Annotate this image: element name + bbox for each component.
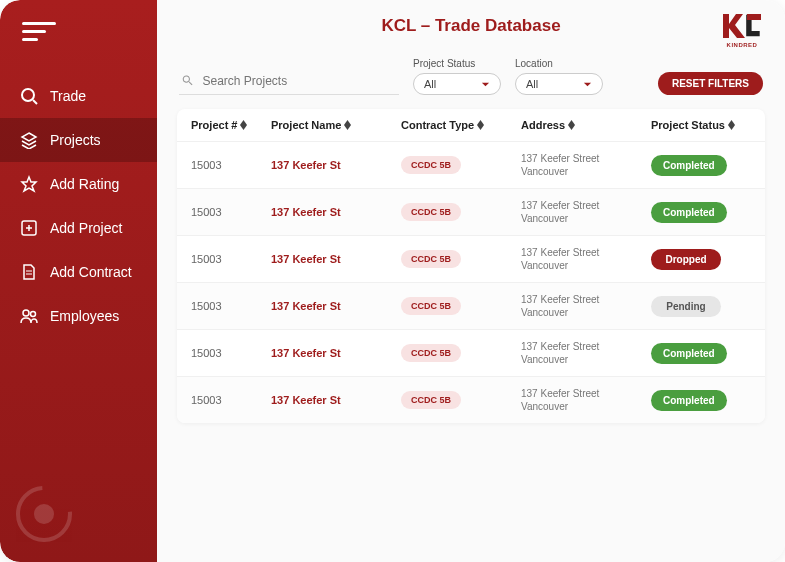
brand-name: KINDRED: [721, 42, 763, 48]
status-select[interactable]: All: [413, 73, 501, 95]
search-icon: [181, 73, 195, 88]
users-icon: [20, 307, 38, 325]
cell-status: Completed: [651, 343, 751, 364]
brand-logo: KINDRED: [721, 12, 763, 48]
cell-contract-type: CCDC 5B: [401, 344, 521, 362]
contract-pill: CCDC 5B: [401, 156, 461, 174]
sidebar-item-add-contract[interactable]: Add Contract: [0, 250, 157, 294]
sidebar-item-add-rating[interactable]: Add Rating: [0, 162, 157, 206]
column-header[interactable]: Contract Type: [401, 119, 521, 131]
app-root: TradeProjectsAdd RatingAdd ProjectAdd Co…: [0, 0, 785, 562]
sort-icon: [240, 120, 247, 130]
cell-contract-type: CCDC 5B: [401, 156, 521, 174]
svg-line-4: [33, 100, 37, 104]
sidebar-item-employees[interactable]: Employees: [0, 294, 157, 338]
column-label: Address: [521, 119, 565, 131]
table-row: 15003137 Keefer StCCDC 5B137 Keefer Stre…: [177, 329, 765, 376]
layers-icon: [20, 131, 38, 149]
cell-contract-type: CCDC 5B: [401, 203, 521, 221]
sidebar-item-projects[interactable]: Projects: [0, 118, 157, 162]
cell-status: Dropped: [651, 249, 751, 270]
cell-project-number: 15003: [191, 300, 271, 312]
status-badge: Completed: [651, 155, 727, 176]
svg-rect-14: [747, 14, 761, 20]
table-header-row: Project #Project NameContract TypeAddres…: [177, 109, 765, 141]
cell-contract-type: CCDC 5B: [401, 391, 521, 409]
cell-status: Completed: [651, 155, 751, 176]
column-label: Contract Type: [401, 119, 474, 131]
sidebar-item-label: Projects: [50, 132, 101, 148]
search-icon: [20, 87, 38, 105]
sidebar-nav: TradeProjectsAdd RatingAdd ProjectAdd Co…: [0, 74, 157, 338]
status-badge: Completed: [651, 202, 727, 223]
column-label: Project #: [191, 119, 237, 131]
sidebar-item-label: Add Project: [50, 220, 122, 236]
table-container: Project #Project NameContract TypeAddres…: [157, 105, 785, 562]
svg-point-10: [23, 310, 29, 316]
filters-bar: Project Status All Location All RESET FI…: [157, 46, 785, 105]
table-row: 15003137 Keefer StCCDC 5B137 Keefer Stre…: [177, 141, 765, 188]
column-label: Project Status: [651, 119, 725, 131]
cell-address: 137 Keefer StreetVancouver: [521, 199, 651, 225]
svg-point-11: [31, 312, 36, 317]
sort-icon: [728, 120, 735, 130]
search-field-wrap[interactable]: [179, 69, 399, 95]
cell-contract-type: CCDC 5B: [401, 250, 521, 268]
column-header[interactable]: Address: [521, 119, 651, 131]
cell-project-name[interactable]: 137 Keefer St: [271, 394, 401, 406]
svg-point-13: [34, 504, 54, 524]
star-icon: [20, 175, 38, 193]
cell-address: 137 Keefer StreetVancouver: [521, 387, 651, 413]
sidebar: TradeProjectsAdd RatingAdd ProjectAdd Co…: [0, 0, 157, 562]
watermark-logo: [14, 484, 74, 548]
contract-pill: CCDC 5B: [401, 344, 461, 362]
table-row: 15003137 Keefer StCCDC 5B137 Keefer Stre…: [177, 376, 765, 423]
contract-pill: CCDC 5B: [401, 297, 461, 315]
cell-project-number: 15003: [191, 253, 271, 265]
svg-rect-0: [22, 22, 56, 25]
cell-address: 137 Keefer StreetVancouver: [521, 152, 651, 178]
sidebar-item-add-project[interactable]: Add Project: [0, 206, 157, 250]
contract-pill: CCDC 5B: [401, 203, 461, 221]
kindred-logo-icon: [721, 12, 763, 40]
column-header[interactable]: Project #: [191, 119, 271, 131]
svg-point-3: [22, 89, 34, 101]
cell-address: 137 Keefer StreetVancouver: [521, 246, 651, 272]
cell-project-number: 15003: [191, 206, 271, 218]
cell-address: 137 Keefer StreetVancouver: [521, 293, 651, 319]
cell-status: Completed: [651, 390, 751, 411]
search-input[interactable]: [203, 74, 398, 88]
cell-project-number: 15003: [191, 347, 271, 359]
cell-project-name[interactable]: 137 Keefer St: [271, 300, 401, 312]
sidebar-item-trade[interactable]: Trade: [0, 74, 157, 118]
menu-toggle[interactable]: [0, 0, 157, 74]
svg-rect-2: [22, 38, 38, 41]
cell-contract-type: CCDC 5B: [401, 297, 521, 315]
svg-rect-1: [22, 30, 46, 33]
cell-project-name[interactable]: 137 Keefer St: [271, 206, 401, 218]
sidebar-item-label: Add Rating: [50, 176, 119, 192]
cell-status: Completed: [651, 202, 751, 223]
cell-project-number: 15003: [191, 394, 271, 406]
status-badge: Pending: [651, 296, 721, 317]
main-content: KCL – Trade Database KINDRED Project Sta…: [157, 0, 785, 562]
column-header[interactable]: Project Name: [271, 119, 401, 131]
location-select[interactable]: All: [515, 73, 603, 95]
location-filter-label: Location: [515, 58, 603, 69]
cell-project-name[interactable]: 137 Keefer St: [271, 253, 401, 265]
cell-project-name[interactable]: 137 Keefer St: [271, 347, 401, 359]
sidebar-item-label: Trade: [50, 88, 86, 104]
sort-icon: [344, 120, 351, 130]
column-header[interactable]: Project Status: [651, 119, 751, 131]
chevron-down-icon: [481, 80, 490, 89]
document-icon: [20, 263, 38, 281]
location-select-value: All: [526, 78, 538, 90]
cell-project-name[interactable]: 137 Keefer St: [271, 159, 401, 171]
reset-filters-button[interactable]: RESET FILTERS: [658, 72, 763, 95]
plus-square-icon: [20, 219, 38, 237]
hamburger-icon: [22, 22, 56, 42]
status-filter-label: Project Status: [413, 58, 501, 69]
column-label: Project Name: [271, 119, 341, 131]
contract-pill: CCDC 5B: [401, 250, 461, 268]
table-row: 15003137 Keefer StCCDC 5B137 Keefer Stre…: [177, 282, 765, 329]
